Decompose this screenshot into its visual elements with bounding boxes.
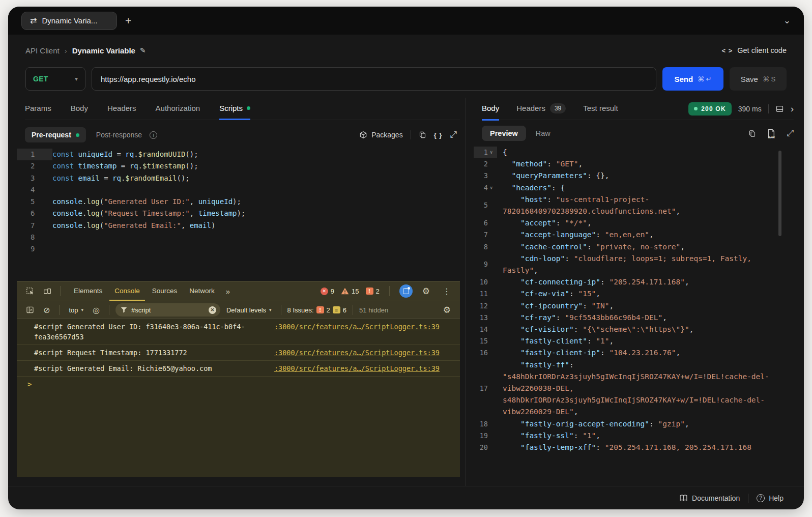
scrollbar-thumb[interactable] (778, 151, 781, 236)
send-button[interactable]: Send ⌘ ↵ (662, 67, 723, 91)
divider (353, 305, 353, 315)
devtools-ai-button[interactable] (399, 284, 413, 298)
live-expression-icon[interactable]: ◎ (90, 305, 103, 315)
json-line-content: "fastly-client": "1", (497, 335, 775, 347)
mode-pre-request[interactable]: Pre-request (25, 127, 86, 142)
divider (59, 305, 60, 315)
console-source-link[interactable]: :3000/src/features/a…/ScriptLogger.ts:39 (274, 348, 440, 358)
json-line: 6∨ "accept": "*/*", (474, 217, 775, 229)
page-title: Dynamic Variable (72, 46, 135, 55)
response-tab-body[interactable]: Body (482, 98, 499, 121)
tab-params[interactable]: Params (25, 98, 51, 120)
issues-count[interactable]: ! 2 (366, 288, 380, 295)
clear-console-icon[interactable]: ⊘ (40, 305, 53, 315)
context-selector[interactable]: top ▾ (66, 306, 86, 314)
breadcrumb-api-client[interactable]: API Client (25, 46, 60, 55)
url-input[interactable] (92, 67, 656, 91)
line-number: 8 (17, 232, 52, 243)
more-tabs-icon[interactable]: » (222, 287, 234, 296)
console-prompt[interactable]: > (17, 377, 460, 388)
json-line-gutter: 11∨ (474, 288, 497, 300)
code-content: console.log("Generated User ID:", unique… (52, 196, 241, 208)
help-link[interactable]: ? Help (757, 494, 784, 502)
edit-title-icon[interactable]: ✎ (140, 46, 146, 54)
error-count[interactable]: ✕ 9 (321, 288, 334, 295)
json-line-number: 4 (484, 182, 488, 194)
json-line-number: 1 (484, 147, 488, 158)
warning-count[interactable]: 15 (341, 288, 359, 295)
log-levels-select[interactable]: Default levels ▾ (223, 306, 275, 314)
collapse-caret-icon[interactable]: ∨ (490, 147, 495, 158)
tab-body[interactable]: Body (71, 98, 88, 120)
error-count-value: 9 (331, 288, 334, 295)
hidden-messages-label[interactable]: 51 hidden (359, 306, 388, 314)
response-view-row: PreviewRaw RAW ⤢ (482, 121, 794, 146)
devtools-tab-elements[interactable]: Elements (69, 281, 107, 301)
devtools-menu-icon[interactable]: ⋮ (440, 286, 454, 296)
json-line-number: 2 (484, 158, 488, 170)
code-line: 8 (17, 232, 460, 243)
request-tabs: ParamsBodyHeadersAuthorizationScripts (25, 98, 460, 120)
line-number: 9 (17, 243, 52, 255)
tab-authorization[interactable]: Authorization (156, 98, 200, 120)
collapse-pane-icon[interactable]: › (791, 103, 794, 114)
new-tab-button[interactable]: + (125, 15, 131, 27)
download-raw-icon[interactable]: RAW (767, 129, 775, 138)
save-label: Save (741, 75, 758, 83)
save-button[interactable]: Save ⌘ S (730, 67, 787, 91)
issues-count-value: 2 (376, 288, 380, 295)
main-split: ParamsBodyHeadersAuthorizationScripts Pr… (8, 98, 804, 486)
expand-response-icon[interactable]: ⤢ (787, 128, 794, 138)
issues-summary-link[interactable]: 8 Issues: ! 2 ≡ 6 (287, 306, 347, 314)
clear-filter-icon[interactable]: ✕ (209, 306, 216, 314)
json-line: 18∨ "fastly-orig-accept-encoding": "gzip… (474, 418, 775, 430)
view-preview[interactable]: Preview (482, 126, 526, 141)
device-toolbar-icon[interactable] (40, 287, 55, 296)
console-sidebar-icon[interactable] (23, 306, 37, 314)
code-content: console.log("Request Timestamp:", timest… (52, 208, 245, 219)
method-select[interactable]: GET ▾ (25, 67, 85, 91)
save-shortcut: ⌘ S (763, 75, 775, 83)
json-line-content: "fastly-ff": "s48hDkrIORDrAz3sjuyh5gIWcI… (497, 359, 775, 418)
tab-headers[interactable]: Headers (107, 98, 136, 120)
collapse-caret-icon[interactable]: ∨ (490, 182, 495, 194)
dock-layout-icon[interactable] (775, 105, 784, 113)
copy-response-icon[interactable] (748, 129, 756, 138)
issue-message-icon: ≡ (333, 306, 340, 313)
chevron-down-icon[interactable]: ⌄ (784, 15, 791, 26)
response-tab-headers[interactable]: Headers39 (516, 98, 566, 121)
json-line-gutter: 8∨ (474, 241, 497, 253)
inspect-element-icon[interactable] (23, 287, 38, 296)
context-label: top (69, 306, 78, 314)
documentation-link[interactable]: Documentation (679, 494, 740, 502)
script-code-editor[interactable]: 1const uniqueId = rq.$randomUUID();2cons… (17, 149, 460, 281)
tab-dynamic-variable[interactable]: ⇄ Dynamic Varia... (21, 12, 117, 30)
expand-editor-icon[interactable]: ⤢ (450, 130, 457, 140)
copy-script-icon[interactable] (419, 131, 426, 139)
tab-scripts[interactable]: Scripts (219, 98, 250, 120)
devtools-tab-network[interactable]: Network (184, 281, 220, 301)
format-code-icon[interactable]: { } (434, 131, 443, 139)
help-label: Help (769, 494, 784, 502)
response-tab-test-result[interactable]: Test result (583, 98, 618, 121)
json-line-content: "fastly-temp-xff": "205.254.171.168, 205… (497, 442, 775, 453)
console-settings-icon[interactable]: ⚙ (440, 305, 454, 315)
json-line-number: 17 (480, 383, 488, 394)
line-number: 6 (17, 208, 52, 219)
json-line-gutter: 5∨ (474, 194, 497, 217)
status-badge: 200 OK (688, 102, 732, 116)
packages-button[interactable]: Packages (359, 131, 402, 139)
console-source-link[interactable]: :3000/src/features/a…/ScriptLogger.ts:39 (274, 363, 440, 374)
view-raw[interactable]: Raw (536, 129, 550, 137)
code-line: 3const email = rq.$randomEmail(); (17, 173, 460, 184)
devtools-tab-sources[interactable]: Sources (147, 281, 183, 301)
info-icon[interactable]: i (150, 131, 157, 139)
devtools-settings-icon[interactable]: ⚙ (419, 286, 433, 297)
get-client-code-button[interactable]: < > Get client code (721, 46, 787, 54)
mode-post-response[interactable]: Post-response (96, 131, 142, 139)
code-content: console.log("Generated Email:", email) (52, 220, 215, 232)
devtools-tab-console[interactable]: Console (109, 281, 145, 301)
console-filter-input[interactable]: #script ✕ (115, 303, 220, 317)
console-source-link[interactable]: :3000/src/features/a…/ScriptLogger.ts:39 (274, 322, 440, 332)
mode-label: Pre-request (32, 131, 71, 139)
